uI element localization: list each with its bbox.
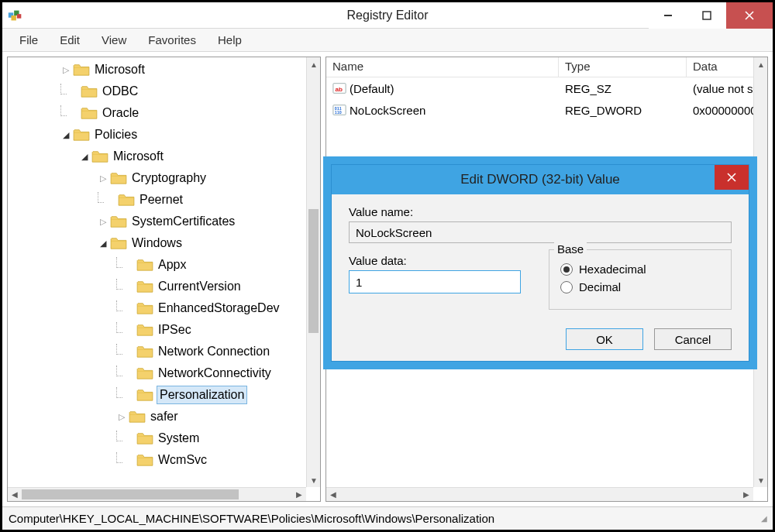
registry-tree[interactable]: ▷MicrosoftODBCOracle◢Policies◢Microsoft▷… bbox=[8, 57, 306, 487]
tree-vscrollbar[interactable]: ▲ ▼ bbox=[306, 57, 320, 487]
window-controls bbox=[649, 2, 773, 29]
tree-node-label: EnhancedStorageDev bbox=[157, 299, 281, 317]
base-group: Base Hexadecimal Decimal bbox=[549, 249, 732, 310]
list-row[interactable]: 011110NoLockScreenREG_DWORD0x00000000 bbox=[326, 99, 753, 121]
scroll-up-icon[interactable]: ▲ bbox=[754, 57, 767, 71]
scroll-thumb-h[interactable] bbox=[22, 489, 239, 499]
value-data-label: Value data: bbox=[349, 254, 527, 267]
tree-node-label: ODBC bbox=[101, 82, 140, 101]
tree-connector bbox=[116, 322, 122, 333]
collapse-icon[interactable]: ◢ bbox=[98, 238, 108, 249]
tree-connector bbox=[116, 431, 122, 441]
ok-button[interactable]: OK bbox=[566, 328, 643, 350]
tree-connector bbox=[60, 105, 67, 116]
radio-hexadecimal[interactable]: Hexadecimal bbox=[560, 263, 720, 276]
tree-connector bbox=[116, 300, 122, 311]
cancel-button[interactable]: Cancel bbox=[654, 328, 732, 350]
menu-favorites[interactable]: Favorites bbox=[137, 30, 207, 50]
dialog-titlebar: Edit DWORD (32-bit) Value bbox=[332, 165, 749, 194]
tree-node[interactable]: ▷safer bbox=[8, 406, 306, 427]
value-name-field[interactable] bbox=[349, 221, 732, 243]
scroll-left-icon[interactable]: ◀ bbox=[326, 488, 340, 502]
tree-node[interactable]: Personalization bbox=[8, 384, 306, 406]
expand-icon[interactable]: ▷ bbox=[116, 411, 127, 422]
menu-help[interactable]: Help bbox=[207, 30, 253, 50]
close-icon bbox=[727, 173, 736, 182]
collapse-icon[interactable]: ◢ bbox=[60, 129, 71, 140]
tree-node[interactable]: ▷Microsoft bbox=[8, 59, 306, 81]
list-vscrollbar[interactable]: ▲ ▼ bbox=[753, 57, 767, 487]
statusbar: Computer\HKEY_LOCAL_MACHINE\SOFTWARE\Pol… bbox=[2, 506, 773, 530]
tree-connector bbox=[116, 257, 122, 268]
menu-view[interactable]: View bbox=[91, 30, 137, 50]
tree-node[interactable]: ◢Microsoft bbox=[8, 146, 306, 167]
radio-icon bbox=[560, 263, 573, 276]
tree-connector bbox=[116, 387, 122, 398]
svg-rect-5 bbox=[703, 12, 711, 19]
cell-data: (value not s bbox=[687, 82, 753, 95]
col-data[interactable]: Data bbox=[687, 57, 753, 77]
scroll-right-icon[interactable]: ▶ bbox=[739, 488, 753, 502]
tree-node-label: Peernet bbox=[138, 190, 184, 209]
collapse-icon[interactable]: ◢ bbox=[79, 151, 90, 162]
svg-rect-2 bbox=[12, 15, 16, 20]
maximize-icon bbox=[702, 11, 711, 20]
tree-node-label: WcmSvc bbox=[157, 451, 208, 469]
menu-file[interactable]: File bbox=[9, 30, 49, 50]
maximize-button[interactable] bbox=[687, 2, 726, 29]
scroll-down-icon[interactable]: ▼ bbox=[754, 473, 767, 487]
radio-icon bbox=[560, 281, 573, 293]
list-row[interactable]: ab(Default)REG_SZ(value not s bbox=[326, 77, 753, 99]
tree-node[interactable]: Appx bbox=[8, 254, 306, 276]
tree-node[interactable]: ODBC bbox=[8, 81, 306, 102]
tree-node[interactable]: System bbox=[8, 427, 306, 449]
scroll-right-icon[interactable]: ▶ bbox=[292, 488, 306, 502]
resize-grip-icon[interactable]: ◢ bbox=[761, 514, 766, 523]
expand-icon[interactable]: ▷ bbox=[60, 64, 71, 75]
tree-node[interactable]: NetworkConnectivity bbox=[8, 362, 306, 384]
minimize-button[interactable] bbox=[649, 2, 687, 29]
dialog-close-button[interactable] bbox=[715, 165, 749, 190]
col-type[interactable]: Type bbox=[559, 57, 687, 77]
radio-decimal[interactable]: Decimal bbox=[560, 280, 720, 293]
tree-node[interactable]: EnhancedStorageDev bbox=[8, 297, 306, 319]
svg-rect-3 bbox=[17, 14, 22, 19]
tree-node[interactable]: CurrentVersion bbox=[8, 276, 306, 297]
status-path: Computer\HKEY_LOCAL_MACHINE\SOFTWARE\Pol… bbox=[9, 512, 494, 525]
tree-node-label: Cryptography bbox=[130, 169, 208, 187]
tree-node[interactable]: IPSec bbox=[8, 319, 306, 341]
tree-node[interactable]: ▷SystemCertificates bbox=[8, 211, 306, 232]
tree-node-label: Microsoft bbox=[93, 60, 146, 79]
value-data-field[interactable] bbox=[349, 270, 521, 293]
scroll-up-icon[interactable]: ▲ bbox=[307, 57, 320, 71]
tree-connector bbox=[98, 192, 104, 203]
tree-hscrollbar[interactable]: ◀ ▶ bbox=[8, 487, 306, 501]
tree-connector bbox=[116, 279, 122, 290]
tree-node[interactable]: WcmSvc bbox=[8, 449, 306, 471]
close-button[interactable] bbox=[726, 2, 773, 29]
app-icon bbox=[7, 7, 24, 24]
scroll-down-icon[interactable]: ▼ bbox=[307, 473, 320, 487]
tree-connector bbox=[116, 344, 122, 355]
col-name[interactable]: Name bbox=[326, 57, 559, 77]
main-window: Registry Editor File Edit View Favorites… bbox=[0, 0, 775, 532]
edit-dword-dialog: Edit DWORD (32-bit) Value Value name: Va… bbox=[331, 164, 749, 362]
tree-node[interactable]: Peernet bbox=[8, 189, 306, 211]
expand-icon[interactable]: ▷ bbox=[98, 216, 108, 227]
base-label: Base bbox=[554, 242, 587, 256]
tree-node[interactable]: ◢Windows bbox=[8, 232, 306, 254]
list-header: Name Type Data bbox=[326, 57, 753, 77]
scroll-thumb[interactable] bbox=[308, 209, 319, 333]
tree-node[interactable]: Network Connection bbox=[8, 341, 306, 362]
svg-text:110: 110 bbox=[335, 110, 342, 115]
menu-edit[interactable]: Edit bbox=[49, 30, 91, 50]
tree-node[interactable]: Oracle bbox=[8, 102, 306, 124]
scroll-left-icon[interactable]: ◀ bbox=[8, 488, 22, 502]
cell-type: REG_SZ bbox=[559, 82, 687, 95]
tree-node-label: System bbox=[157, 429, 201, 448]
tree-node[interactable]: ▷Cryptography bbox=[8, 167, 306, 189]
tree-node[interactable]: ◢Policies bbox=[8, 124, 306, 146]
list-hscrollbar[interactable]: ◀ ▶ bbox=[326, 487, 753, 501]
tree-node-label: Oracle bbox=[101, 104, 140, 122]
expand-icon[interactable]: ▷ bbox=[98, 173, 108, 184]
